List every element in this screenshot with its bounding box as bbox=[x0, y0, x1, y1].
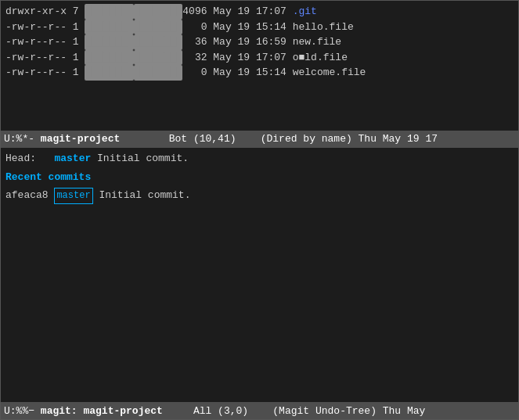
commit-hash: afeaca8 bbox=[5, 188, 54, 204]
dired-pane: drwxr-xr-x 7 ███████ ███████ 4096 May 19… bbox=[1, 1, 518, 131]
magit-project-name: magit: magit-project bbox=[41, 405, 163, 417]
magit-position: All (3,0) bbox=[193, 405, 248, 417]
dired-date: Thu May 19 17 bbox=[359, 133, 438, 145]
commit-branch-badge[interactable]: master bbox=[54, 188, 92, 204]
magit-mode-name: (Magit Undo-Tree) bbox=[272, 405, 377, 417]
list-item: -rw-r--r-- 1 ███████ ███████ 0 May 19 15… bbox=[5, 65, 514, 81]
mode-indicator: U:%*- bbox=[4, 133, 34, 145]
table-row: afeaca8 master Initial commit. bbox=[5, 188, 514, 204]
head-commit-message: Initial commit. bbox=[97, 151, 189, 167]
empty-space bbox=[5, 81, 514, 127]
dired-status-bar: U:%*- magit-project Bot (10,41) (Dired b… bbox=[1, 131, 518, 148]
magit-date: Thu May bbox=[383, 405, 426, 417]
project-name: magit-project bbox=[41, 133, 120, 145]
recent-commits-header: Recent commits bbox=[5, 170, 514, 186]
magit-mode-indicator: U:%%− bbox=[4, 405, 34, 417]
bot-label: Bot (10,41) bbox=[169, 133, 236, 145]
list-item: -rw-r--r-- 1 ███████ ███████ 32 May 19 1… bbox=[5, 50, 514, 66]
magit-status-bar: U:%%− magit: magit-project All (3,0) (Ma… bbox=[1, 402, 518, 419]
commit-message: Initial commit. bbox=[99, 188, 190, 204]
head-line: Head: master Initial commit. bbox=[5, 151, 514, 167]
terminal-window: drwxr-xr-x 7 ███████ ███████ 4096 May 19… bbox=[0, 0, 519, 420]
head-branch: master bbox=[54, 151, 91, 167]
list-item: -rw-r--r-- 1 ███████ ███████ 36 May 19 1… bbox=[5, 34, 514, 50]
magit-pane: Head: master Initial commit. Recent comm… bbox=[1, 148, 518, 403]
list-item: -rw-r--r-- 1 ███████ ███████ 0 May 19 15… bbox=[5, 20, 514, 35]
list-item: drwxr-xr-x 7 ███████ ███████ 4096 May 19… bbox=[5, 4, 514, 20]
dired-mode-name: (Dired by name) bbox=[261, 133, 352, 145]
